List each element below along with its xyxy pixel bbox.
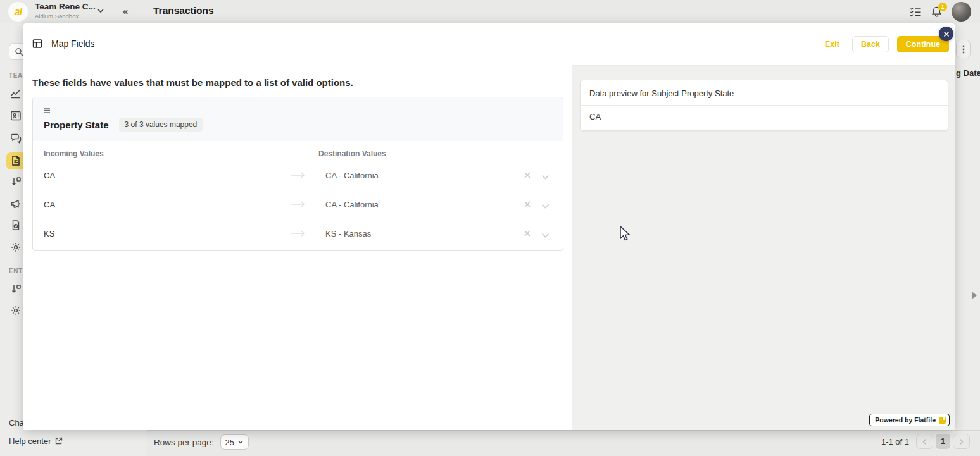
- chevron-down-icon[interactable]: [541, 200, 550, 212]
- next-page-button[interactable]: [953, 434, 970, 449]
- background-column-header: g Date: [956, 68, 980, 78]
- gear-icon[interactable]: [10, 242, 22, 253]
- reports-icon[interactable]: [10, 219, 22, 231]
- close-icon: [943, 31, 950, 37]
- import-icon[interactable]: [10, 176, 22, 187]
- clear-selection-icon[interactable]: [524, 228, 531, 240]
- page-size-select[interactable]: 25: [220, 434, 249, 450]
- notification-badge: 1: [938, 3, 947, 11]
- chevron-down-icon: [237, 439, 244, 445]
- destination-select[interactable]: CA - California: [325, 200, 379, 209]
- help-center-label: Help center: [9, 436, 51, 446]
- page-title: Transactions: [153, 5, 214, 16]
- field-name: Property State: [44, 120, 109, 130]
- top-bar: ai Team Rene C... Aidium Sandbox « Trans…: [0, 0, 980, 23]
- mapping-instructions: These fields have values that must be ma…: [32, 77, 353, 88]
- field-mapping-card: Property State 3 of 3 values mapped Inco…: [32, 97, 563, 251]
- modal-header: Map Fields Exit Back Continue: [23, 23, 955, 65]
- value-mapping-row: KS KS - Kansas: [33, 219, 563, 249]
- list-icon: [44, 105, 51, 116]
- current-page-button[interactable]: 1: [936, 434, 950, 449]
- destination-values-header: Destination Values: [318, 149, 386, 158]
- external-link-icon: [54, 437, 63, 445]
- preview-pane: Data preview for Subject Property State …: [572, 65, 955, 430]
- value-mapping-row: CA CA - California: [33, 161, 563, 190]
- aidium-logo-icon: ai: [8, 2, 28, 22]
- chat-bubbles-icon[interactable]: [10, 132, 22, 144]
- clear-selection-icon[interactable]: [524, 199, 531, 211]
- collapse-sidebar-icon[interactable]: «: [123, 6, 128, 16]
- row-expander-icon[interactable]: [972, 292, 977, 299]
- data-preview-value: CA: [581, 106, 948, 130]
- map-fields-modal: Map Fields Exit Back Continue These fiel…: [23, 23, 955, 430]
- help-center-link[interactable]: Help center: [9, 436, 63, 446]
- data-preview-title: Data preview for Subject Property State: [581, 80, 948, 106]
- prev-page-button[interactable]: [916, 434, 933, 449]
- page-size-value: 25: [225, 438, 234, 447]
- arrow-right-icon: [291, 199, 306, 211]
- close-button[interactable]: [939, 27, 953, 41]
- tasklist-icon[interactable]: [910, 6, 922, 18]
- rows-per-page-label: Rows per page:: [154, 438, 214, 447]
- chart-icon[interactable]: [10, 88, 22, 99]
- team-name: Team Rene C...: [35, 3, 96, 12]
- clear-selection-icon[interactable]: [524, 170, 531, 182]
- exit-button[interactable]: Exit: [825, 40, 839, 49]
- data-preview-card: Data preview for Subject Property State …: [580, 80, 948, 131]
- background-table-edge: g Date: [955, 23, 980, 456]
- destination-select[interactable]: CA - California: [325, 171, 379, 180]
- table-icon: [32, 39, 42, 49]
- back-button[interactable]: Back: [852, 36, 889, 52]
- flatfile-logo-icon: [939, 417, 946, 424]
- mapping-pane: These fields have values that must be ma…: [23, 65, 572, 430]
- gear-icon[interactable]: [10, 305, 22, 316]
- arrow-right-icon: [291, 228, 306, 240]
- incoming-value: CA: [44, 200, 55, 209]
- contacts-icon[interactable]: [10, 110, 22, 121]
- incoming-values-header: Incoming Values: [44, 149, 104, 158]
- team-switcher[interactable]: Team Rene C... Aidium Sandbox: [35, 3, 96, 20]
- chevron-down-icon[interactable]: [541, 171, 550, 183]
- team-subtitle: Aidium Sandbox: [35, 13, 96, 20]
- modal-title: Map Fields: [51, 39, 94, 49]
- import-icon[interactable]: [10, 283, 22, 295]
- chevron-down-icon[interactable]: [96, 6, 105, 18]
- incoming-value: KS: [44, 229, 54, 238]
- pagination-range: 1-1 of 1: [881, 437, 909, 447]
- bell-icon[interactable]: 1: [931, 6, 943, 18]
- value-mapping-row: CA CA - California: [33, 190, 563, 219]
- destination-select[interactable]: KS - Kansas: [325, 229, 371, 238]
- powered-by-label: Powered by Flatfile: [875, 416, 936, 424]
- field-card-header: Property State 3 of 3 values mapped: [33, 97, 563, 141]
- chevron-down-icon[interactable]: [541, 230, 550, 241]
- powered-by-flatfile-badge[interactable]: Powered by Flatfile: [869, 414, 950, 426]
- incoming-value: CA: [44, 171, 55, 180]
- user-avatar[interactable]: [952, 2, 971, 22]
- arrow-right-icon: [291, 170, 306, 182]
- megaphone-icon[interactable]: [10, 198, 22, 209]
- mapped-count-badge: 3 of 3 values mapped: [119, 118, 203, 132]
- documents-icon[interactable]: [10, 155, 22, 166]
- kebab-menu-icon[interactable]: [956, 40, 971, 58]
- screen: ai Team Rene C... Aidium Sandbox « Trans…: [0, 0, 980, 456]
- mouse-cursor: [619, 226, 633, 246]
- table-footer: Rows per page: 25 1-1 of 1 1: [146, 430, 980, 456]
- search-icon: [15, 47, 23, 56]
